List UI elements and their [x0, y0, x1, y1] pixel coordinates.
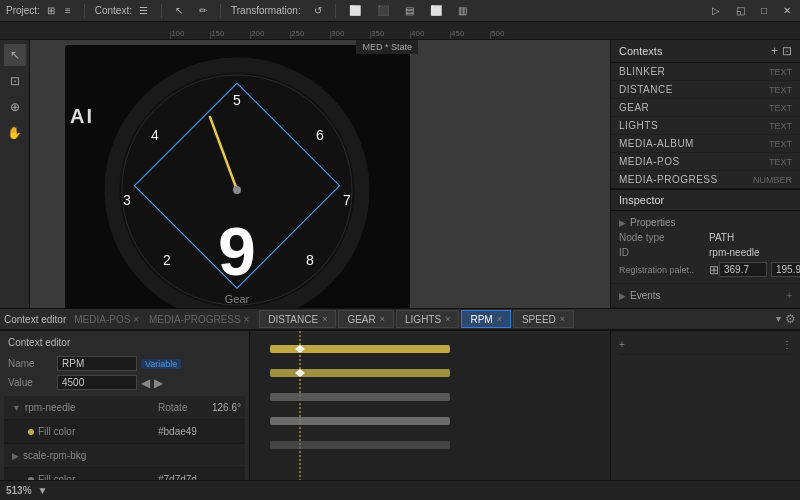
context-row-lights[interactable]: LIGHTS TEXT [611, 117, 800, 135]
timeline-tracks-area [250, 331, 610, 480]
zoom-tool-btn[interactable]: ⊕ [4, 96, 26, 118]
ruler-mark-400: 400 [410, 31, 450, 39]
gear-tab[interactable]: GEAR × [338, 310, 394, 328]
ce-next-btn[interactable]: ▶ [154, 376, 163, 390]
events-header[interactable]: ▶ Events + [611, 288, 800, 303]
rpm-tab-close[interactable]: × [497, 314, 502, 324]
svg-rect-22 [270, 441, 450, 449]
contexts-title: Contexts [619, 45, 662, 57]
properties-header[interactable]: ▶ Properties [611, 215, 800, 230]
gear-tab-close[interactable]: × [380, 314, 385, 324]
contexts-filter-btn[interactable]: ⊡ [782, 44, 792, 58]
context-icon[interactable]: ☰ [136, 4, 151, 17]
ruler: 100 150 200 250 300 350 400 450 500 [0, 22, 800, 40]
contexts-add-btn[interactable]: + [771, 44, 778, 58]
track-fill-label: Fill color [38, 426, 75, 437]
svg-text:6: 6 [316, 127, 324, 143]
context-row-blinker[interactable]: BLINKER TEXT [611, 63, 800, 81]
context-row-media-progress[interactable]: MEDIA-PROGRESS NUMBER [611, 171, 800, 188]
context-editor-header: Context editor [4, 335, 245, 350]
distance-tab[interactable]: DISTANCE × [259, 310, 336, 328]
gear-tab-label: GEAR [347, 314, 375, 325]
context-editor-panel: Context editor Name Variable Value ◀ ▶ ▼… [0, 331, 250, 480]
toolbar: Project: ⊞ ≡ Context: ☰ ↖ ✏ Transformati… [0, 0, 800, 22]
scale-expand-icon[interactable]: ▶ [12, 451, 19, 461]
context-name: MEDIA-ALBUM [619, 138, 694, 149]
project-label: Project: [6, 5, 40, 16]
inspector-header: Inspector [611, 190, 800, 211]
distribute-v[interactable]: ▥ [455, 4, 470, 17]
context-row-media-pos[interactable]: MEDIA-POS TEXT [611, 153, 800, 171]
canvas-logo-text: AI [70, 105, 94, 128]
events-section: ▶ Events + [611, 284, 800, 308]
zoom-arrow[interactable]: ▼ [38, 485, 48, 496]
transform-rotate[interactable]: ↺ [311, 4, 325, 17]
preview-btn[interactable]: ▷ [709, 4, 723, 17]
events-add-btn[interactable]: + [786, 290, 792, 301]
ruler-marks: 100 150 200 250 300 350 400 450 500 [0, 22, 800, 39]
window-tile[interactable]: ◱ [733, 4, 748, 17]
cursor-tool[interactable]: ↖ [172, 4, 186, 17]
align-center[interactable]: ⬛ [374, 4, 392, 17]
track-scale-bkg: ▶ scale-rpm-bkg [4, 444, 245, 468]
node-type-value: PATH [709, 232, 792, 243]
track-rpm-needle-rotate: ▼ rpm-needle Rotate 126.6° [4, 396, 245, 420]
properties-fold-arrow[interactable]: ▶ [619, 218, 626, 228]
lights-tab-close[interactable]: × [445, 314, 450, 324]
reg-y-input[interactable] [771, 262, 800, 277]
rotate-sublabel: Rotate [158, 402, 212, 413]
context-row-distance[interactable]: DISTANCE TEXT [611, 81, 800, 99]
track-rpm-needle-label: rpm-needle [25, 402, 76, 413]
speedometer-svg: 2 3 4 5 6 7 8 9 Gear [65, 45, 410, 308]
select-tool-btn[interactable]: ↖ [4, 44, 26, 66]
window-close[interactable]: ✕ [780, 4, 794, 17]
reg-x-input[interactable] [719, 262, 767, 277]
expand-icon[interactable]: ▼ [12, 403, 21, 413]
ruler-mark-100: 100 [170, 31, 210, 39]
speed-tab-close[interactable]: × [560, 314, 565, 324]
window-max[interactable]: □ [758, 4, 770, 17]
timeline-settings-btn[interactable]: ⚙ [785, 312, 796, 326]
project-icon[interactable]: ⊞ [44, 4, 58, 17]
left-tools-panel: ↖ ⊡ ⊕ ✋ [0, 40, 30, 308]
lights-tab[interactable]: LIGHTS × [396, 310, 459, 328]
media-progress-tab[interactable]: MEDIA-PROGRESS × [149, 314, 257, 325]
sep4 [335, 4, 336, 18]
svg-text:2: 2 [163, 252, 171, 268]
ce-name-input[interactable] [57, 356, 137, 371]
context-type: TEXT [769, 157, 792, 167]
svg-text:9: 9 [218, 213, 256, 289]
context-name: MEDIA-PROGRESS [619, 174, 718, 185]
node-type-row: Node type PATH [611, 230, 800, 245]
tab-dropdown-btn[interactable]: ▼ [774, 314, 783, 324]
timeline-tabs: Context editor MEDIA-POS × MEDIA-PROGRES… [0, 308, 800, 330]
canvas-area[interactable]: 2 3 4 5 6 7 8 9 Gear [30, 40, 610, 308]
align-right[interactable]: ▤ [402, 4, 417, 17]
lights-tab-label: LIGHTS [405, 314, 441, 325]
context-row-gear[interactable]: GEAR TEXT [611, 99, 800, 117]
context-row-media-album[interactable]: MEDIA-ALBUM TEXT [611, 135, 800, 153]
distribute-h[interactable]: ⬜ [427, 4, 445, 17]
context-name: MEDIA-POS [619, 156, 680, 167]
distance-tab-close[interactable]: × [322, 314, 327, 324]
speed-tab[interactable]: SPEED × [513, 310, 574, 328]
grid-icon[interactable]: ⊞ [709, 263, 719, 277]
media-pos-tab[interactable]: MEDIA-POS × [74, 314, 147, 325]
project-settings[interactable]: ≡ [62, 4, 74, 17]
rpm-tab[interactable]: RPM × [461, 310, 511, 328]
ce-prev-btn[interactable]: ◀ [141, 376, 150, 390]
ce-value-input[interactable] [57, 375, 137, 390]
pen-tool[interactable]: ✏ [196, 4, 210, 17]
context-name: GEAR [619, 102, 649, 113]
context-editor-tab[interactable]: Context editor [4, 314, 72, 325]
node-tool-btn[interactable]: ⊡ [4, 70, 26, 92]
align-left[interactable]: ⬜ [346, 4, 364, 17]
events-label: Events [630, 290, 661, 301]
fill-color-value: #bdae49 [158, 426, 197, 437]
svg-text:4: 4 [151, 127, 159, 143]
ruler-mark-300: 300 [330, 31, 370, 39]
bottom-panel: Context editor Name Variable Value ◀ ▶ ▼… [0, 330, 800, 480]
events-fold-arrow[interactable]: ▶ [619, 291, 626, 301]
hand-tool-btn[interactable]: ✋ [4, 122, 26, 144]
properties-label: Properties [630, 217, 676, 228]
